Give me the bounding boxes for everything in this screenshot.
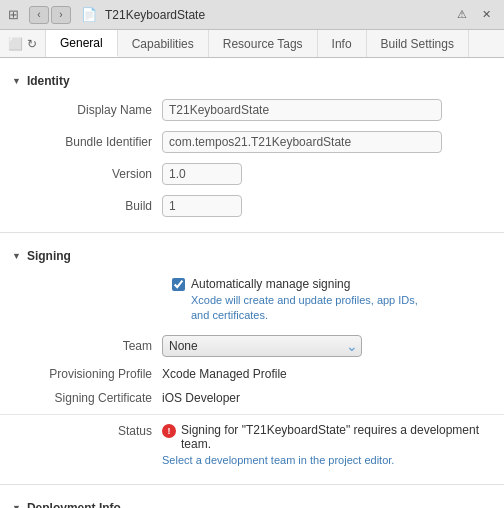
- grid-icon: ⊞: [8, 7, 19, 22]
- signing-section-title: Signing: [27, 249, 71, 263]
- signing-cert-value: iOS Developer: [162, 391, 240, 405]
- status-content: ! Signing for "T21KeyboardState" require…: [162, 423, 492, 466]
- status-error-line: ! Signing for "T21KeyboardState" require…: [162, 423, 492, 451]
- title-bar: ⊞ ‹ › 📄 T21KeyboardState ⚠ ✕: [0, 0, 504, 30]
- provisioning-profile-value: Xcode Managed Profile: [162, 367, 287, 381]
- signing-collapse-icon[interactable]: ▼: [12, 251, 21, 261]
- bundle-id-input[interactable]: [162, 131, 442, 153]
- tab-bar: ⬜ ↻ General Capabilities Resource Tags I…: [0, 30, 504, 58]
- provisioning-profile-label: Provisioning Profile: [12, 367, 162, 381]
- title-bar-right: ⚠ ✕: [452, 6, 496, 24]
- panel-icon: ⬜: [8, 37, 23, 51]
- deployment-info-section: ▼ Deployment Info: [0, 485, 504, 508]
- identity-section-header: ▼ Identity: [0, 68, 504, 94]
- signing-cert-row: Signing Certificate iOS Developer: [0, 386, 504, 410]
- tab-resource-tags[interactable]: Resource Tags: [209, 30, 318, 57]
- tab-capabilities[interactable]: Capabilities: [118, 30, 209, 57]
- tab-info[interactable]: Info: [318, 30, 367, 57]
- version-input[interactable]: [162, 163, 242, 185]
- build-input[interactable]: [162, 195, 242, 217]
- signing-cert-label: Signing Certificate: [12, 391, 162, 405]
- tab-build-settings[interactable]: Build Settings: [367, 30, 469, 57]
- auto-signing-label-group: Automatically manage signing Xcode will …: [191, 277, 431, 324]
- team-select[interactable]: None: [162, 335, 362, 357]
- build-row: Build: [0, 190, 504, 222]
- version-row: Version: [0, 158, 504, 190]
- identity-section-title: Identity: [27, 74, 70, 88]
- team-select-wrapper: None ⌄: [162, 335, 362, 357]
- bundle-id-row: Bundle Identifier: [0, 126, 504, 158]
- deployment-info-collapse-icon[interactable]: ▼: [12, 503, 21, 508]
- main-content: ▼ Identity Display Name Bundle Identifie…: [0, 58, 504, 508]
- build-label: Build: [12, 199, 162, 213]
- identity-section: ▼ Identity Display Name Bundle Identifie…: [0, 58, 504, 233]
- auto-signing-row: Automatically manage signing Xcode will …: [160, 269, 504, 330]
- version-label: Version: [12, 167, 162, 181]
- window-title: T21KeyboardState: [105, 8, 448, 22]
- display-name-label: Display Name: [12, 103, 162, 117]
- tab-bar-icons: ⬜ ↻: [0, 30, 46, 57]
- signing-section: ▼ Signing Automatically manage signing X…: [0, 233, 504, 485]
- auto-signing-wrapper: Automatically manage signing Xcode will …: [172, 277, 431, 324]
- error-icon[interactable]: ✕: [476, 6, 496, 24]
- title-bar-icons: ⊞: [8, 7, 19, 22]
- provisioning-profile-row: Provisioning Profile Xcode Managed Profi…: [0, 362, 504, 386]
- title-bar-nav: ‹ ›: [29, 6, 71, 24]
- refresh-icon[interactable]: ↻: [27, 37, 37, 51]
- display-name-input[interactable]: [162, 99, 442, 121]
- auto-signing-label: Automatically manage signing: [191, 277, 431, 291]
- status-hint-text: Select a development team in the project…: [162, 454, 492, 466]
- status-label: Status: [12, 423, 162, 438]
- identity-collapse-icon[interactable]: ▼: [12, 76, 21, 86]
- auto-signing-checkbox[interactable]: [172, 278, 185, 291]
- status-row: Status ! Signing for "T21KeyboardState" …: [0, 414, 504, 474]
- warning-icon[interactable]: ⚠: [452, 6, 472, 24]
- deployment-info-section-title: Deployment Info: [27, 501, 121, 508]
- team-row: Team None ⌄: [0, 330, 504, 362]
- folder-icon: 📄: [81, 7, 97, 22]
- back-button[interactable]: ‹: [29, 6, 49, 24]
- display-name-row: Display Name: [0, 94, 504, 126]
- status-error-icon: !: [162, 424, 176, 438]
- team-label: Team: [12, 339, 162, 353]
- forward-button[interactable]: ›: [51, 6, 71, 24]
- deployment-info-section-header: ▼ Deployment Info: [0, 495, 504, 508]
- status-error-text: Signing for "T21KeyboardState" requires …: [181, 423, 492, 451]
- signing-section-header: ▼ Signing: [0, 243, 504, 269]
- auto-signing-sublabel: Xcode will create and update profiles, a…: [191, 293, 431, 324]
- tab-general[interactable]: General: [46, 30, 118, 57]
- bundle-id-label: Bundle Identifier: [12, 135, 162, 149]
